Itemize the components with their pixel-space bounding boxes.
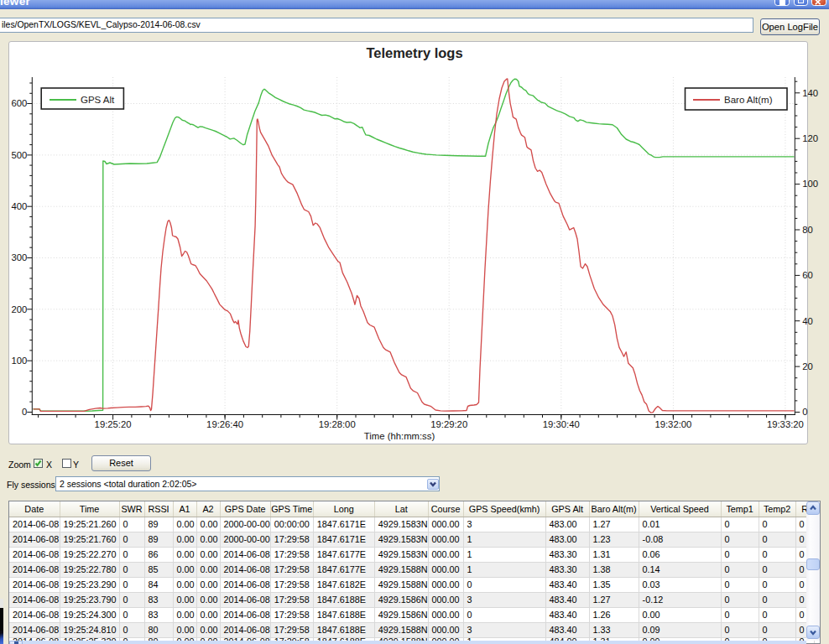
svg-text:Time (hh:mm:ss): Time (hh:mm:ss) xyxy=(364,431,435,441)
svg-text:19:25:20: 19:25:20 xyxy=(95,419,132,429)
svg-text:40: 40 xyxy=(802,316,813,326)
svg-text:600: 600 xyxy=(11,98,27,108)
svg-text:19:28:00: 19:28:00 xyxy=(319,419,356,429)
svg-text:80: 80 xyxy=(802,225,813,235)
svg-text:0: 0 xyxy=(802,407,807,417)
svg-text:19:29:20: 19:29:20 xyxy=(430,419,467,429)
svg-text:19:32:00: 19:32:00 xyxy=(654,419,691,429)
svg-text:Telemetry logs: Telemetry logs xyxy=(366,45,462,60)
svg-text:20: 20 xyxy=(802,361,813,371)
svg-text:GPS Alt: GPS Alt xyxy=(81,95,115,105)
svg-text:500: 500 xyxy=(11,150,27,160)
svg-text:19:33:20: 19:33:20 xyxy=(767,419,804,429)
svg-text:19:26:40: 19:26:40 xyxy=(206,419,243,429)
svg-text:200: 200 xyxy=(11,304,27,314)
svg-text:19:30:40: 19:30:40 xyxy=(543,419,580,429)
svg-text:0: 0 xyxy=(22,407,27,417)
svg-text:300: 300 xyxy=(11,252,27,262)
svg-text:60: 60 xyxy=(802,270,813,280)
svg-text:400: 400 xyxy=(11,201,27,211)
svg-text:100: 100 xyxy=(11,356,27,366)
svg-text:100: 100 xyxy=(802,179,818,189)
svg-text:140: 140 xyxy=(802,88,818,98)
svg-text:120: 120 xyxy=(802,133,818,143)
svg-text:Baro Alt(m): Baro Alt(m) xyxy=(724,95,773,105)
